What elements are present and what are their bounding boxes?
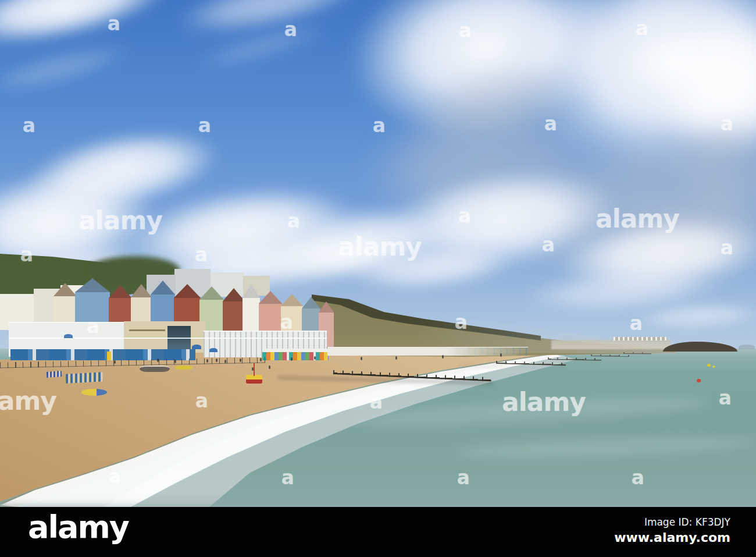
watermark-word: alamy xyxy=(79,205,162,235)
footer-bar: alamy Image ID: KF3DJY www.alamy.com xyxy=(0,507,756,557)
person xyxy=(291,357,293,361)
watermark-letter: a xyxy=(284,18,297,41)
watermark-word: alamy xyxy=(0,386,56,416)
watermark-letter: a xyxy=(636,17,648,40)
watermark-letter: a xyxy=(198,114,211,137)
person xyxy=(314,356,316,360)
person xyxy=(269,366,270,369)
overstrand-sign xyxy=(129,329,165,331)
overstrand-glass-front xyxy=(167,326,191,352)
watermark-letter: a xyxy=(458,204,471,227)
watermark-letter: a xyxy=(373,114,386,137)
watermark-letter: a xyxy=(721,112,733,135)
watermark-letter: a xyxy=(632,466,644,489)
person xyxy=(361,357,362,360)
person xyxy=(240,359,241,362)
person xyxy=(224,360,226,363)
person xyxy=(500,353,502,357)
watermark-word: alamy xyxy=(595,204,679,233)
boat xyxy=(140,366,170,372)
cloud xyxy=(0,34,135,102)
alamy-url: www.alamy.com xyxy=(614,530,730,545)
distant-coastline xyxy=(551,340,671,349)
yellow-kayaks xyxy=(175,366,192,370)
person xyxy=(157,359,159,362)
image-id: Image ID: KF3DJY xyxy=(614,516,730,528)
watermark-letter: a xyxy=(20,243,33,266)
watermark-letter: a xyxy=(195,389,208,412)
coloured-beach-huts xyxy=(262,349,329,360)
sun-loungers xyxy=(66,372,104,383)
footer-info: Image ID: KF3DJY www.alamy.com xyxy=(614,516,730,545)
watermark-letter: a xyxy=(195,243,208,266)
person xyxy=(216,359,217,362)
blue-umbrella xyxy=(64,334,73,338)
watermark-letter: a xyxy=(630,312,643,335)
distant-clifftop-buildings xyxy=(614,337,667,340)
person xyxy=(260,358,262,361)
beach-photograph: aaaaaaaaaalamyaaalamyaaalamyaaaaaaalamya… xyxy=(0,0,756,507)
alamy-logo: alamy xyxy=(28,512,129,543)
watermark-letter: a xyxy=(455,311,468,334)
watermark-letter: a xyxy=(23,114,35,137)
watermark-letter: a xyxy=(87,315,99,338)
watermark-letter: a xyxy=(457,466,470,489)
yellow-buoy xyxy=(707,364,711,367)
surfboard xyxy=(81,389,107,396)
watermark-letter: a xyxy=(370,391,383,413)
watermark-letter: a xyxy=(719,386,732,409)
watermark-letter: a xyxy=(544,112,557,135)
flag-pole xyxy=(254,363,255,376)
watermark-word: alamy xyxy=(338,232,422,261)
yellow-sign xyxy=(107,352,111,360)
watermark-letter: a xyxy=(459,19,472,42)
watermark-word: alamy xyxy=(502,387,586,417)
white-beach-huts xyxy=(327,347,528,356)
person xyxy=(174,360,176,363)
watermark-letter: a xyxy=(721,236,733,259)
groyne xyxy=(623,352,651,354)
stock-photo-page: aaaaaaaaaalamyaaalamyaaalamyaaaaaaalamya… xyxy=(0,0,756,557)
blue-umbrella xyxy=(209,348,217,352)
headland xyxy=(663,342,737,352)
yellow-buoy xyxy=(712,366,715,368)
watermark-letter: a xyxy=(108,12,120,35)
red-buoy xyxy=(697,379,701,382)
watermark-letter: a xyxy=(287,210,300,232)
far-island xyxy=(739,345,755,349)
person xyxy=(114,360,116,364)
sun-loungers xyxy=(47,371,62,378)
person xyxy=(442,355,444,359)
lifeguard-buggy xyxy=(246,375,262,384)
watermark-letter: a xyxy=(280,311,293,334)
watermark-letter: a xyxy=(109,465,122,488)
watermark-letter: a xyxy=(542,233,555,256)
promenade-rail xyxy=(9,338,327,339)
person xyxy=(252,367,254,371)
person xyxy=(206,359,208,363)
blue-umbrella xyxy=(192,345,201,349)
person xyxy=(395,356,397,360)
watermark-letter: a xyxy=(281,466,294,489)
